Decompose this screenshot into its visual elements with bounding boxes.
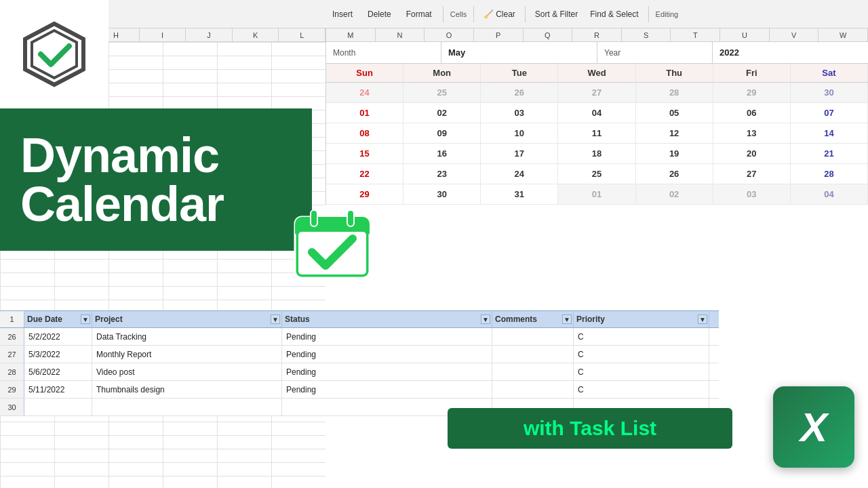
- cal-cell-w3-d1[interactable]: 08: [326, 123, 403, 143]
- col-project-header: Project ▼: [92, 311, 282, 327]
- task-priority[interactable]: C: [574, 328, 709, 345]
- calendar-section: M N O P Q R S T U V W Month May Year 202…: [326, 28, 868, 205]
- cal-cell-w5-d2[interactable]: 23: [403, 164, 481, 184]
- cal-cell-w2-d1[interactable]: 01: [326, 103, 403, 123]
- cal-cell-w3-d7[interactable]: 14: [791, 123, 868, 143]
- task-comments[interactable]: [492, 363, 574, 380]
- delete-button[interactable]: Delete: [361, 7, 398, 22]
- cal-cell-w4-d5[interactable]: 19: [636, 144, 713, 163]
- cal-cell-w5-d1[interactable]: 22: [326, 164, 403, 184]
- cal-cell-w6-d1[interactable]: 29: [326, 184, 403, 204]
- status-filter-btn[interactable]: ▼: [481, 314, 490, 324]
- priority-filter-btn[interactable]: ▼: [698, 314, 707, 324]
- calendar-grid: 2425262728293001020304050607080910111213…: [326, 83, 868, 205]
- task-project[interactable]: Thumbnails design: [92, 381, 282, 398]
- task-priority[interactable]: C: [574, 363, 709, 380]
- due-date-label: Due Date: [27, 314, 62, 324]
- cal-cell-w2-d4[interactable]: 04: [558, 103, 635, 123]
- cal-week-2: 01020304050607: [326, 103, 868, 123]
- month-value[interactable]: May: [441, 42, 597, 63]
- col-k-header: K: [233, 28, 279, 41]
- comments-filter-btn[interactable]: ▼: [562, 314, 572, 324]
- task-status[interactable]: Pending: [282, 346, 492, 363]
- task-due-date[interactable]: [24, 399, 92, 415]
- cal-cell-w5-d6[interactable]: 27: [713, 164, 791, 184]
- task-due-date[interactable]: 5/2/2022: [24, 328, 92, 345]
- cal-cell-w2-d5[interactable]: 05: [636, 103, 713, 123]
- cal-col-t: T: [671, 28, 720, 41]
- cal-cell-w4-d6[interactable]: 20: [713, 144, 791, 163]
- cal-cell-w1-d5[interactable]: 28: [636, 83, 713, 102]
- task-comments[interactable]: [492, 346, 574, 363]
- cal-cell-w2-d3[interactable]: 03: [481, 103, 558, 123]
- table-row[interactable]: 27 5/3/2022 Monthly Report Pending C: [0, 346, 719, 363]
- cal-cell-w4-d4[interactable]: 18: [558, 144, 635, 163]
- table-row[interactable]: 28 5/6/2022 Video post Pending C: [0, 363, 719, 381]
- cal-cell-w5-d5[interactable]: 26: [636, 164, 713, 184]
- task-comments[interactable]: [492, 328, 574, 345]
- table-row[interactable]: 26 5/2/2022 Data Tracking Pending C: [0, 328, 719, 346]
- sort-filter-button[interactable]: Sort & Filter: [530, 7, 583, 22]
- task-project[interactable]: [92, 399, 282, 415]
- cal-cell-w3-d5[interactable]: 12: [636, 123, 713, 143]
- cal-cell-w1-d2[interactable]: 25: [403, 83, 481, 102]
- task-project[interactable]: Data Tracking: [92, 328, 282, 345]
- cal-cell-w6-d5[interactable]: 02: [636, 184, 713, 204]
- task-status[interactable]: Pending: [282, 328, 492, 345]
- task-comments[interactable]: [492, 381, 574, 398]
- task-project[interactable]: Video post: [92, 363, 282, 380]
- status-label: Status: [285, 314, 310, 324]
- col-status-header: Status ▼: [282, 311, 492, 327]
- bottom-tag-text: with Task List: [524, 417, 656, 440]
- cal-cell-w1-d1[interactable]: 24: [326, 83, 403, 102]
- task-project[interactable]: Monthly Report: [92, 346, 282, 363]
- insert-button[interactable]: Insert: [326, 7, 359, 22]
- clear-button[interactable]: 🧹 Clear: [478, 7, 521, 22]
- cal-cell-w3-d6[interactable]: 13: [713, 123, 791, 143]
- comments-label: Comments: [495, 314, 537, 324]
- cal-cell-w5-d7[interactable]: 28: [791, 164, 868, 184]
- cal-week-6: 29303101020304: [326, 184, 868, 205]
- task-priority[interactable]: C: [574, 381, 709, 398]
- cal-cell-w6-d3[interactable]: 31: [481, 184, 558, 204]
- task-table: 1 Due Date ▼ Project ▼ Status ▼ Comments…: [0, 310, 719, 416]
- cal-cell-w3-d2[interactable]: 09: [403, 123, 481, 143]
- cal-cell-w1-d3[interactable]: 26: [481, 83, 558, 102]
- table-row[interactable]: 29 5/11/2022 Thumbnails design Pending C: [0, 381, 719, 399]
- due-date-filter-btn[interactable]: ▼: [81, 314, 90, 324]
- cal-cell-w4-d2[interactable]: 16: [403, 144, 481, 163]
- cal-cell-w1-d7[interactable]: 30: [791, 83, 868, 102]
- task-due-date[interactable]: 5/11/2022: [24, 381, 92, 398]
- year-value[interactable]: 2022: [713, 42, 868, 63]
- cal-cell-w6-d2[interactable]: 30: [403, 184, 481, 204]
- format-button[interactable]: Format: [399, 7, 439, 22]
- task-due-date[interactable]: 5/3/2022: [24, 346, 92, 363]
- cal-cell-w1-d6[interactable]: 29: [713, 83, 791, 102]
- cal-cell-w3-d3[interactable]: 10: [481, 123, 558, 143]
- cal-cell-w2-d7[interactable]: 07: [791, 103, 868, 123]
- cal-cell-w6-d7[interactable]: 04: [791, 184, 868, 204]
- task-priority[interactable]: C: [574, 346, 709, 363]
- cal-cell-w3-d4[interactable]: 11: [558, 123, 635, 143]
- task-status[interactable]: Pending: [282, 381, 492, 398]
- sort-filter-label: Sort & Filter: [535, 9, 578, 19]
- cal-cell-w4-d7[interactable]: 21: [791, 144, 868, 163]
- cal-cell-w5-d3[interactable]: 24: [481, 164, 558, 184]
- cal-cell-w6-d4[interactable]: 01: [558, 184, 635, 204]
- task-status[interactable]: Pending: [282, 363, 492, 380]
- cal-cell-w2-d6[interactable]: 06: [713, 103, 791, 123]
- svg-marker-0: [25, 24, 83, 85]
- cal-cell-w4-d1[interactable]: 15: [326, 144, 403, 163]
- cal-cell-w4-d3[interactable]: 17: [481, 144, 558, 163]
- task-due-date[interactable]: 5/6/2022: [24, 363, 92, 380]
- cells-label: Cells: [448, 10, 469, 18]
- project-filter-btn[interactable]: ▼: [271, 314, 280, 324]
- cal-cell-w2-d2[interactable]: 02: [403, 103, 481, 123]
- cal-cell-w5-d4[interactable]: 25: [558, 164, 635, 184]
- cal-cell-w6-d6[interactable]: 03: [713, 184, 791, 204]
- find-select-button[interactable]: Find & Select: [585, 7, 644, 22]
- cal-col-o: O: [425, 28, 474, 41]
- task-row-num: 29: [0, 381, 24, 398]
- cal-cell-w1-d4[interactable]: 27: [558, 83, 635, 102]
- day-thu: Thu: [636, 64, 713, 82]
